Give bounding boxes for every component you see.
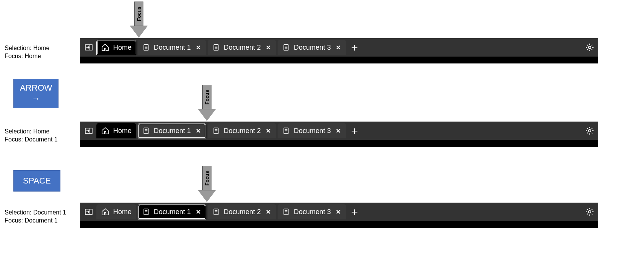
tab-bar: Home Document 1 ✕ Document 2 ✕ Document … <box>80 122 598 147</box>
focus-line: Focus: Home <box>5 52 49 60</box>
tab-label: Document 1 <box>154 44 191 52</box>
tab-home[interactable]: Home <box>96 40 136 55</box>
collapse-icon <box>84 43 93 52</box>
key-label: SPACE <box>23 176 51 185</box>
tab-document-1[interactable]: Document 1 ✕ <box>138 40 206 55</box>
state-caption: Selection: Home Focus: Document 1 <box>5 128 58 144</box>
collapse-icon <box>84 207 93 216</box>
selection-line: Selection: Home <box>5 44 49 52</box>
tab-label: Document 2 <box>224 44 261 52</box>
state-caption: Selection: Document 1 Focus: Document 1 <box>5 209 66 225</box>
close-icon[interactable]: ✕ <box>195 127 202 135</box>
home-icon <box>101 127 109 135</box>
document-icon <box>212 44 220 51</box>
close-icon[interactable]: ✕ <box>265 127 272 135</box>
tab-bar: Home Document 1 ✕ Document 2 ✕ Document … <box>80 203 598 228</box>
document-icon <box>282 208 290 216</box>
state-caption: Selection: Home Focus: Home <box>5 44 49 60</box>
gear-icon <box>585 126 594 135</box>
tab-home[interactable]: Home <box>96 204 136 219</box>
tab-document-3[interactable]: Document 3 ✕ <box>278 204 346 219</box>
tab-document-2[interactable]: Document 2 ✕ <box>208 40 276 55</box>
tab-label: Document 2 <box>224 127 261 135</box>
document-icon <box>212 208 220 216</box>
tab-document-3[interactable]: Document 3 ✕ <box>278 123 346 138</box>
document-icon <box>142 44 150 51</box>
close-icon[interactable]: ✕ <box>265 208 272 216</box>
tab-label: Home <box>113 44 132 52</box>
key-arrow-right: ARROW → <box>13 79 59 108</box>
tab-bar: Home Document 1 ✕ Document 2 ✕ Document … <box>80 38 598 63</box>
tab-document-1[interactable]: Document 1 ✕ <box>138 204 206 219</box>
document-icon <box>212 127 220 135</box>
selection-line: Selection: Home <box>5 128 58 136</box>
home-icon <box>101 43 109 52</box>
focus-line: Focus: Document 1 <box>5 217 66 225</box>
home-icon <box>101 208 109 216</box>
tab-document-1[interactable]: Document 1 ✕ <box>138 123 206 138</box>
tab-document-2[interactable]: Document 2 ✕ <box>208 123 276 138</box>
document-icon <box>282 44 290 51</box>
close-icon[interactable]: ✕ <box>265 44 272 51</box>
document-icon <box>142 127 150 135</box>
document-icon <box>142 208 150 216</box>
add-tab-button[interactable]: ＋ <box>348 205 361 219</box>
collapse-button[interactable] <box>83 41 95 54</box>
focus-arrow-label: Focus <box>204 171 210 185</box>
tab-label: Document 3 <box>294 127 331 135</box>
add-tab-button[interactable]: ＋ <box>348 40 361 55</box>
tab-label: Home <box>113 208 132 216</box>
tab-label: Home <box>113 127 132 135</box>
arrow-right-icon: → <box>20 94 52 104</box>
tab-document-3[interactable]: Document 3 ✕ <box>278 40 346 55</box>
gear-icon <box>585 43 594 52</box>
gear-icon <box>585 207 594 216</box>
close-icon[interactable]: ✕ <box>195 208 202 216</box>
close-icon[interactable]: ✕ <box>335 44 342 51</box>
close-icon[interactable]: ✕ <box>335 208 342 216</box>
tab-label: Document 3 <box>294 44 331 52</box>
tab-home[interactable]: Home <box>96 123 136 138</box>
focus-arrow-label: Focus <box>136 6 142 21</box>
collapse-button[interactable] <box>83 206 95 218</box>
close-icon[interactable]: ✕ <box>195 44 202 51</box>
collapse-button[interactable] <box>83 125 95 137</box>
focus-line: Focus: Document 1 <box>5 136 58 144</box>
close-icon[interactable]: ✕ <box>335 127 342 135</box>
tab-label: Document 2 <box>224 208 261 216</box>
key-label: ARROW <box>20 83 52 93</box>
collapse-icon <box>84 126 93 135</box>
tab-document-2[interactable]: Document 2 ✕ <box>208 204 276 219</box>
add-tab-button[interactable]: ＋ <box>348 123 361 138</box>
focus-arrow-label: Focus <box>204 90 210 104</box>
tab-label: Document 1 <box>154 208 191 216</box>
tab-label: Document 1 <box>154 127 191 135</box>
tab-label: Document 3 <box>294 208 331 216</box>
settings-button[interactable] <box>584 206 596 218</box>
key-space: SPACE <box>13 170 60 192</box>
focus-indicator-arrow: Focus <box>198 166 216 202</box>
settings-button[interactable] <box>584 125 596 137</box>
selection-line: Selection: Document 1 <box>5 209 66 217</box>
settings-button[interactable] <box>584 41 596 54</box>
focus-indicator-arrow: Focus <box>130 2 148 37</box>
document-icon <box>282 127 290 135</box>
focus-indicator-arrow: Focus <box>198 85 216 121</box>
